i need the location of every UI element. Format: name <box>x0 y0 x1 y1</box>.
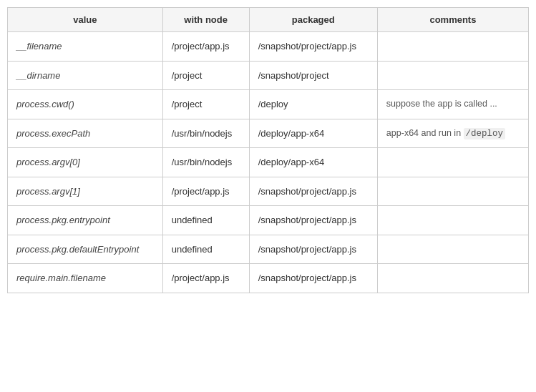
cell-comments <box>377 177 528 206</box>
cell-packaged: /snapshot/project/app.js <box>249 32 377 62</box>
cell-value: __filename <box>8 32 162 62</box>
cell-comments <box>377 206 528 235</box>
table-row: process.pkg.defaultEntrypointundefined/s… <box>8 235 528 264</box>
cell-with-node: /usr/bin/nodejs <box>162 148 249 177</box>
cell-with-node: /project/app.js <box>162 264 249 293</box>
cell-comments <box>377 264 528 293</box>
cell-with-node: undefined <box>162 235 249 264</box>
cell-comments <box>377 32 528 62</box>
table-row: __filename/project/app.js/snapshot/proje… <box>8 32 528 62</box>
table-row: process.cwd()/project/deploysuppose the … <box>8 90 528 119</box>
table-header-row: value with node packaged comments <box>8 8 528 32</box>
header-packaged: packaged <box>249 8 377 32</box>
cell-value: require.main.filename <box>8 264 162 293</box>
cell-value: process.pkg.entrypoint <box>8 206 162 235</box>
table-row: process.argv[0]/usr/bin/nodejs/deploy/ap… <box>8 148 528 177</box>
cell-packaged: /deploy <box>249 90 377 119</box>
cell-comments: suppose the app is called ... <box>377 90 528 119</box>
cell-comments <box>377 61 528 90</box>
cell-value: process.argv[1] <box>8 177 162 206</box>
table-row: require.main.filename/project/app.js/sna… <box>8 264 528 293</box>
main-table-container: value with node packaged comments __file… <box>7 7 529 293</box>
cell-comments: app-x64 and run in /deploy <box>377 119 528 148</box>
cell-packaged: /deploy/app-x64 <box>249 119 377 148</box>
cell-with-node: undefined <box>162 206 249 235</box>
header-with-node: with node <box>162 8 249 32</box>
cell-with-node: /usr/bin/nodejs <box>162 119 249 148</box>
cell-with-node: /project <box>162 61 249 90</box>
comparison-table: value with node packaged comments __file… <box>8 8 528 293</box>
table-row: process.pkg.entrypointundefined/snapshot… <box>8 206 528 235</box>
table-row: process.execPath/usr/bin/nodejs/deploy/a… <box>8 119 528 148</box>
header-comments: comments <box>377 8 528 32</box>
cell-value: process.cwd() <box>8 90 162 119</box>
table-row: __dirname/project/snapshot/project <box>8 61 528 90</box>
cell-packaged: /deploy/app-x64 <box>249 148 377 177</box>
cell-with-node: /project/app.js <box>162 32 249 62</box>
cell-with-node: /project/app.js <box>162 177 249 206</box>
cell-packaged: /snapshot/project/app.js <box>249 235 377 264</box>
cell-packaged: /snapshot/project/app.js <box>249 206 377 235</box>
cell-packaged: /snapshot/project/app.js <box>249 177 377 206</box>
cell-with-node: /project <box>162 90 249 119</box>
header-value: value <box>8 8 162 32</box>
cell-value: process.execPath <box>8 119 162 148</box>
cell-value: process.pkg.defaultEntrypoint <box>8 235 162 264</box>
cell-value: process.argv[0] <box>8 148 162 177</box>
cell-value: __dirname <box>8 61 162 90</box>
table-row: process.argv[1]/project/app.js/snapshot/… <box>8 177 528 206</box>
cell-comments <box>377 148 528 177</box>
cell-packaged: /snapshot/project <box>249 61 377 90</box>
cell-comments <box>377 235 528 264</box>
cell-packaged: /snapshot/project/app.js <box>249 264 377 293</box>
